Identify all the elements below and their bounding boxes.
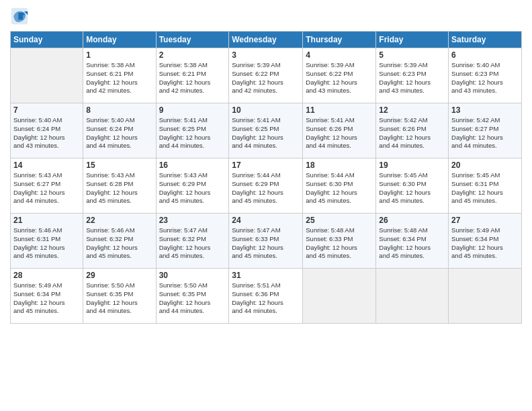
calendar-cell: 20Sunrise: 5:45 AM Sunset: 6:31 PM Dayli… xyxy=(449,158,522,214)
page: SundayMondayTuesdayWednesdayThursdayFrid… xyxy=(0,0,532,411)
calendar-cell: 3Sunrise: 5:39 AM Sunset: 6:22 PM Daylig… xyxy=(229,48,303,103)
calendar-cell: 16Sunrise: 5:43 AM Sunset: 6:29 PM Dayli… xyxy=(156,158,229,214)
calendar-cell: 10Sunrise: 5:41 AM Sunset: 6:25 PM Dayli… xyxy=(229,103,303,158)
cell-info: Sunrise: 5:49 AM Sunset: 6:34 PM Dayligh… xyxy=(451,226,519,261)
day-number: 25 xyxy=(306,216,373,225)
cell-info: Sunrise: 5:43 AM Sunset: 6:29 PM Dayligh… xyxy=(159,171,226,205)
week-row-2: 14Sunrise: 5:43 AM Sunset: 6:27 PM Dayli… xyxy=(11,158,522,214)
calendar-cell xyxy=(376,269,449,324)
cell-info: Sunrise: 5:49 AM Sunset: 6:34 PM Dayligh… xyxy=(13,281,80,316)
cell-info: Sunrise: 5:48 AM Sunset: 6:34 PM Dayligh… xyxy=(379,226,445,261)
cell-info: Sunrise: 5:41 AM Sunset: 6:25 PM Dayligh… xyxy=(232,116,300,150)
calendar-header: SundayMondayTuesdayWednesdayThursdayFrid… xyxy=(11,32,522,48)
cell-info: Sunrise: 5:46 AM Sunset: 6:31 PM Dayligh… xyxy=(13,226,80,261)
day-number: 3 xyxy=(232,50,300,60)
calendar: SundayMondayTuesdayWednesdayThursdayFrid… xyxy=(10,31,522,324)
day-number: 16 xyxy=(159,161,226,170)
calendar-cell xyxy=(11,48,83,103)
cell-info: Sunrise: 5:50 AM Sunset: 6:35 PM Dayligh… xyxy=(86,281,152,316)
header-day-sunday: Sunday xyxy=(11,32,83,48)
cell-info: Sunrise: 5:44 AM Sunset: 6:30 PM Dayligh… xyxy=(306,171,373,205)
day-number: 23 xyxy=(159,216,226,225)
calendar-cell xyxy=(449,269,522,324)
cell-info: Sunrise: 5:39 AM Sunset: 6:23 PM Dayligh… xyxy=(379,61,445,95)
day-number: 28 xyxy=(13,271,80,280)
header xyxy=(10,7,522,26)
calendar-cell: 9Sunrise: 5:41 AM Sunset: 6:25 PM Daylig… xyxy=(156,103,229,158)
calendar-cell: 24Sunrise: 5:47 AM Sunset: 6:33 PM Dayli… xyxy=(229,214,303,269)
header-day-tuesday: Tuesday xyxy=(156,32,229,48)
cell-info: Sunrise: 5:40 AM Sunset: 6:24 PM Dayligh… xyxy=(13,116,80,150)
day-number: 4 xyxy=(306,50,373,60)
header-day-saturday: Saturday xyxy=(449,32,522,48)
calendar-body: 1Sunrise: 5:38 AM Sunset: 6:21 PM Daylig… xyxy=(11,48,522,324)
cell-info: Sunrise: 5:45 AM Sunset: 6:30 PM Dayligh… xyxy=(379,171,445,205)
cell-info: Sunrise: 5:45 AM Sunset: 6:31 PM Dayligh… xyxy=(451,171,519,205)
cell-info: Sunrise: 5:39 AM Sunset: 6:22 PM Dayligh… xyxy=(232,61,300,95)
cell-info: Sunrise: 5:48 AM Sunset: 6:33 PM Dayligh… xyxy=(306,226,373,261)
calendar-cell: 2Sunrise: 5:38 AM Sunset: 6:21 PM Daylig… xyxy=(156,48,229,103)
week-row-3: 21Sunrise: 5:46 AM Sunset: 6:31 PM Dayli… xyxy=(11,214,522,269)
cell-info: Sunrise: 5:47 AM Sunset: 6:32 PM Dayligh… xyxy=(159,226,226,261)
calendar-cell: 7Sunrise: 5:40 AM Sunset: 6:24 PM Daylig… xyxy=(11,103,83,158)
calendar-cell: 15Sunrise: 5:43 AM Sunset: 6:28 PM Dayli… xyxy=(83,158,156,214)
calendar-cell: 30Sunrise: 5:50 AM Sunset: 6:35 PM Dayli… xyxy=(156,269,229,324)
header-day-wednesday: Wednesday xyxy=(229,32,303,48)
cell-info: Sunrise: 5:40 AM Sunset: 6:23 PM Dayligh… xyxy=(451,61,519,95)
header-day-monday: Monday xyxy=(83,32,156,48)
day-number: 19 xyxy=(379,161,445,170)
calendar-cell: 8Sunrise: 5:40 AM Sunset: 6:24 PM Daylig… xyxy=(83,103,156,158)
cell-info: Sunrise: 5:40 AM Sunset: 6:24 PM Dayligh… xyxy=(86,116,152,150)
day-number: 20 xyxy=(451,161,519,170)
day-number: 17 xyxy=(232,161,300,170)
day-number: 8 xyxy=(86,105,152,115)
day-number: 7 xyxy=(13,105,80,115)
header-day-thursday: Thursday xyxy=(303,32,376,48)
cell-info: Sunrise: 5:38 AM Sunset: 6:21 PM Dayligh… xyxy=(159,61,226,95)
calendar-cell: 22Sunrise: 5:46 AM Sunset: 6:32 PM Dayli… xyxy=(83,214,156,269)
logo-icon xyxy=(10,7,29,26)
day-number: 18 xyxy=(306,161,373,170)
day-number: 9 xyxy=(159,105,226,115)
logo xyxy=(10,7,32,26)
week-row-1: 7Sunrise: 5:40 AM Sunset: 6:24 PM Daylig… xyxy=(11,103,522,158)
calendar-cell: 11Sunrise: 5:41 AM Sunset: 6:26 PM Dayli… xyxy=(303,103,376,158)
day-number: 10 xyxy=(232,105,300,115)
cell-info: Sunrise: 5:38 AM Sunset: 6:21 PM Dayligh… xyxy=(86,61,152,95)
calendar-cell xyxy=(303,269,376,324)
day-number: 14 xyxy=(13,161,80,170)
calendar-cell: 23Sunrise: 5:47 AM Sunset: 6:32 PM Dayli… xyxy=(156,214,229,269)
week-row-4: 28Sunrise: 5:49 AM Sunset: 6:34 PM Dayli… xyxy=(11,269,522,324)
cell-info: Sunrise: 5:43 AM Sunset: 6:27 PM Dayligh… xyxy=(13,171,80,205)
cell-info: Sunrise: 5:50 AM Sunset: 6:35 PM Dayligh… xyxy=(159,281,226,316)
day-number: 27 xyxy=(451,216,519,225)
day-number: 12 xyxy=(379,105,445,115)
cell-info: Sunrise: 5:44 AM Sunset: 6:29 PM Dayligh… xyxy=(232,171,300,205)
calendar-cell: 31Sunrise: 5:51 AM Sunset: 6:36 PM Dayli… xyxy=(229,269,303,324)
calendar-cell: 19Sunrise: 5:45 AM Sunset: 6:30 PM Dayli… xyxy=(376,158,449,214)
day-number: 2 xyxy=(159,50,226,60)
calendar-cell: 27Sunrise: 5:49 AM Sunset: 6:34 PM Dayli… xyxy=(449,214,522,269)
calendar-cell: 21Sunrise: 5:46 AM Sunset: 6:31 PM Dayli… xyxy=(11,214,83,269)
calendar-cell: 28Sunrise: 5:49 AM Sunset: 6:34 PM Dayli… xyxy=(11,269,83,324)
calendar-cell: 12Sunrise: 5:42 AM Sunset: 6:26 PM Dayli… xyxy=(376,103,449,158)
calendar-cell: 17Sunrise: 5:44 AM Sunset: 6:29 PM Dayli… xyxy=(229,158,303,214)
day-number: 29 xyxy=(86,271,152,280)
cell-info: Sunrise: 5:42 AM Sunset: 6:27 PM Dayligh… xyxy=(451,116,519,150)
cell-info: Sunrise: 5:41 AM Sunset: 6:26 PM Dayligh… xyxy=(306,116,373,150)
day-number: 30 xyxy=(159,271,226,280)
calendar-cell: 1Sunrise: 5:38 AM Sunset: 6:21 PM Daylig… xyxy=(83,48,156,103)
cell-info: Sunrise: 5:43 AM Sunset: 6:28 PM Dayligh… xyxy=(86,171,152,205)
cell-info: Sunrise: 5:42 AM Sunset: 6:26 PM Dayligh… xyxy=(379,116,445,150)
cell-info: Sunrise: 5:51 AM Sunset: 6:36 PM Dayligh… xyxy=(232,281,300,316)
header-day-friday: Friday xyxy=(376,32,449,48)
cell-info: Sunrise: 5:46 AM Sunset: 6:32 PM Dayligh… xyxy=(86,226,152,261)
day-number: 6 xyxy=(451,50,519,60)
day-number: 31 xyxy=(232,271,300,280)
day-number: 11 xyxy=(306,105,373,115)
cell-info: Sunrise: 5:39 AM Sunset: 6:22 PM Dayligh… xyxy=(306,61,373,95)
day-number: 24 xyxy=(232,216,300,225)
day-number: 22 xyxy=(86,216,152,225)
day-number: 26 xyxy=(379,216,445,225)
cell-info: Sunrise: 5:41 AM Sunset: 6:25 PM Dayligh… xyxy=(159,116,226,150)
